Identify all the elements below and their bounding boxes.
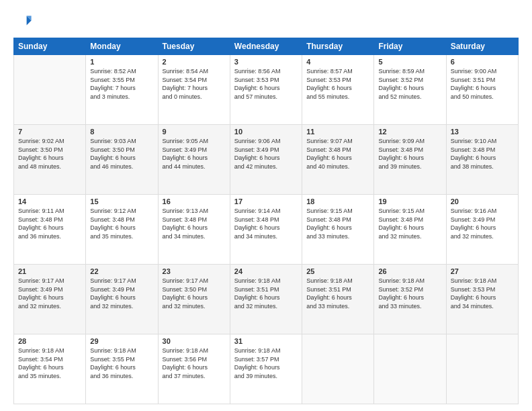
calendar-cell: 11Sunrise: 9:07 AM Sunset: 3:48 PM Dayli… [302,125,374,195]
cell-day-number: 19 [378,197,441,205]
cell-day-number: 30 [163,337,226,345]
cell-info: Sunrise: 9:17 AM Sunset: 3:49 PM Dayligh… [90,277,153,310]
cell-info: Sunrise: 9:18 AM Sunset: 3:52 PM Dayligh… [378,277,441,310]
page: SundayMondayTuesdayWednesdayThursdayFrid… [0,0,532,411]
cell-day-number: 23 [163,267,226,275]
cell-day-number: 13 [451,128,514,136]
weekday-header: Friday [374,38,446,55]
cell-day-number: 18 [306,197,369,205]
cell-info: Sunrise: 9:18 AM Sunset: 3:55 PM Dayligh… [90,347,153,380]
cell-day-number: 29 [90,337,153,345]
cell-info: Sunrise: 9:18 AM Sunset: 3:53 PM Dayligh… [451,277,514,310]
cell-day-number: 6 [451,58,514,66]
calendar-cell: 30Sunrise: 9:18 AM Sunset: 3:56 PM Dayli… [158,334,230,404]
cell-day-number: 14 [18,197,81,205]
calendar-cell: 17Sunrise: 9:14 AM Sunset: 3:48 PM Dayli… [230,195,302,265]
cell-info: Sunrise: 9:05 AM Sunset: 3:49 PM Dayligh… [163,137,226,171]
calendar-cell: 15Sunrise: 9:12 AM Sunset: 3:48 PM Dayli… [86,195,158,265]
calendar-table: SundayMondayTuesdayWednesdayThursdayFrid… [13,38,519,404]
cell-info: Sunrise: 9:18 AM Sunset: 3:51 PM Dayligh… [306,277,369,310]
weekday-header: Sunday [14,38,86,55]
cell-day-number: 31 [234,337,298,345]
logo [13,12,35,31]
cell-day-number: 27 [451,267,514,275]
weekday-header: Tuesday [158,38,230,55]
cell-info: Sunrise: 8:54 AM Sunset: 3:54 PM Dayligh… [163,67,226,101]
cell-day-number: 10 [234,128,298,136]
cell-day-number: 5 [378,58,441,66]
calendar-cell: 25Sunrise: 9:18 AM Sunset: 3:51 PM Dayli… [302,265,374,334]
calendar-cell: 8Sunrise: 9:03 AM Sunset: 3:50 PM Daylig… [86,125,158,195]
calendar-cell: 16Sunrise: 9:13 AM Sunset: 3:48 PM Dayli… [158,195,230,265]
weekday-header: Monday [86,38,158,55]
calendar-cell: 1Sunrise: 8:52 AM Sunset: 3:55 PM Daylig… [86,55,158,125]
calendar-cell: 13Sunrise: 9:10 AM Sunset: 3:48 PM Dayli… [446,125,518,195]
logo-icon [13,12,32,31]
cell-day-number: 15 [90,197,153,205]
cell-info: Sunrise: 9:13 AM Sunset: 3:48 PM Dayligh… [163,207,226,240]
cell-day-number: 17 [234,197,298,205]
calendar-cell: 24Sunrise: 9:18 AM Sunset: 3:51 PM Dayli… [230,265,302,334]
cell-info: Sunrise: 9:00 AM Sunset: 3:51 PM Dayligh… [451,67,514,101]
weekday-header: Saturday [446,38,518,55]
cell-info: Sunrise: 9:02 AM Sunset: 3:50 PM Dayligh… [18,137,81,171]
weekday-header: Thursday [302,38,374,55]
cell-info: Sunrise: 9:12 AM Sunset: 3:48 PM Dayligh… [90,207,153,240]
calendar-cell: 28Sunrise: 9:18 AM Sunset: 3:54 PM Dayli… [14,334,86,404]
calendar-cell: 9Sunrise: 9:05 AM Sunset: 3:49 PM Daylig… [158,125,230,195]
cell-info: Sunrise: 9:17 AM Sunset: 3:50 PM Dayligh… [163,277,226,310]
cell-info: Sunrise: 9:15 AM Sunset: 3:48 PM Dayligh… [306,207,369,240]
calendar-week-row: 28Sunrise: 9:18 AM Sunset: 3:54 PM Dayli… [14,334,519,404]
calendar-cell [374,334,446,404]
calendar-cell [14,55,86,125]
cell-day-number: 9 [163,128,226,136]
calendar-body: 1Sunrise: 8:52 AM Sunset: 3:55 PM Daylig… [14,55,519,404]
cell-info: Sunrise: 9:03 AM Sunset: 3:50 PM Dayligh… [90,137,153,171]
cell-info: Sunrise: 9:16 AM Sunset: 3:49 PM Dayligh… [451,207,514,240]
cell-day-number: 3 [234,58,298,66]
calendar-cell: 22Sunrise: 9:17 AM Sunset: 3:49 PM Dayli… [86,265,158,334]
cell-info: Sunrise: 9:10 AM Sunset: 3:48 PM Dayligh… [451,137,514,171]
cell-info: Sunrise: 9:17 AM Sunset: 3:49 PM Dayligh… [18,277,81,310]
calendar-cell: 26Sunrise: 9:18 AM Sunset: 3:52 PM Dayli… [374,265,446,334]
weekday-row: SundayMondayTuesdayWednesdayThursdayFrid… [14,38,519,55]
calendar-cell: 27Sunrise: 9:18 AM Sunset: 3:53 PM Dayli… [446,265,518,334]
cell-day-number: 22 [90,267,153,275]
cell-day-number: 20 [451,197,514,205]
calendar-cell: 6Sunrise: 9:00 AM Sunset: 3:51 PM Daylig… [446,55,518,125]
calendar-cell: 20Sunrise: 9:16 AM Sunset: 3:49 PM Dayli… [446,195,518,265]
calendar-cell: 29Sunrise: 9:18 AM Sunset: 3:55 PM Dayli… [86,334,158,404]
cell-info: Sunrise: 9:15 AM Sunset: 3:48 PM Dayligh… [378,207,441,240]
calendar-cell: 4Sunrise: 8:57 AM Sunset: 3:53 PM Daylig… [302,55,374,125]
cell-day-number: 7 [18,128,81,136]
cell-info: Sunrise: 9:11 AM Sunset: 3:48 PM Dayligh… [18,207,81,240]
calendar-cell: 7Sunrise: 9:02 AM Sunset: 3:50 PM Daylig… [14,125,86,195]
cell-info: Sunrise: 9:18 AM Sunset: 3:54 PM Dayligh… [18,347,81,380]
cell-info: Sunrise: 9:14 AM Sunset: 3:48 PM Dayligh… [234,207,298,240]
weekday-header: Wednesday [230,38,302,55]
cell-info: Sunrise: 9:18 AM Sunset: 3:57 PM Dayligh… [234,347,298,380]
calendar-cell: 14Sunrise: 9:11 AM Sunset: 3:48 PM Dayli… [14,195,86,265]
calendar-cell: 19Sunrise: 9:15 AM Sunset: 3:48 PM Dayli… [374,195,446,265]
cell-day-number: 4 [306,58,369,66]
calendar-cell: 23Sunrise: 9:17 AM Sunset: 3:50 PM Dayli… [158,265,230,334]
cell-info: Sunrise: 9:07 AM Sunset: 3:48 PM Dayligh… [306,137,369,171]
cell-day-number: 1 [90,58,153,66]
calendar-cell: 2Sunrise: 8:54 AM Sunset: 3:54 PM Daylig… [158,55,230,125]
calendar-week-row: 7Sunrise: 9:02 AM Sunset: 3:50 PM Daylig… [14,125,519,195]
cell-day-number: 16 [163,197,226,205]
calendar-header: SundayMondayTuesdayWednesdayThursdayFrid… [14,38,519,55]
cell-info: Sunrise: 8:57 AM Sunset: 3:53 PM Dayligh… [306,67,369,101]
cell-day-number: 21 [18,267,81,275]
cell-day-number: 26 [378,267,441,275]
cell-day-number: 12 [378,128,441,136]
cell-info: Sunrise: 8:56 AM Sunset: 3:53 PM Dayligh… [234,67,298,101]
cell-day-number: 28 [18,337,81,345]
calendar-cell: 12Sunrise: 9:09 AM Sunset: 3:48 PM Dayli… [374,125,446,195]
calendar-cell: 18Sunrise: 9:15 AM Sunset: 3:48 PM Dayli… [302,195,374,265]
cell-day-number: 11 [306,128,369,136]
header [13,12,519,31]
cell-info: Sunrise: 8:52 AM Sunset: 3:55 PM Dayligh… [90,67,153,101]
calendar-cell [302,334,374,404]
calendar-cell: 21Sunrise: 9:17 AM Sunset: 3:49 PM Dayli… [14,265,86,334]
